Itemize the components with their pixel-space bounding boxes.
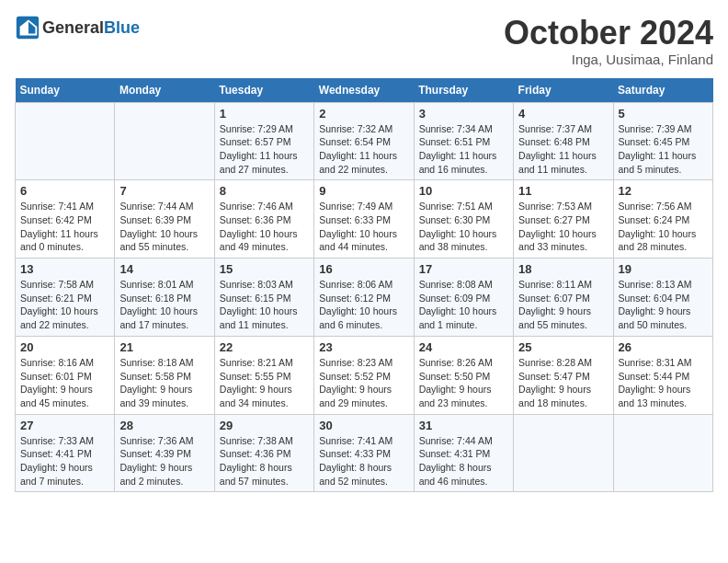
calendar-cell: 31Sunrise: 7:44 AM Sunset: 4:31 PM Dayli… — [414, 414, 513, 492]
day-info: Sunrise: 8:26 AM Sunset: 5:50 PM Dayligh… — [419, 356, 508, 410]
day-info: Sunrise: 7:36 AM Sunset: 4:39 PM Dayligh… — [119, 434, 209, 488]
day-info: Sunrise: 7:39 AM Sunset: 6:45 PM Dayligh… — [619, 122, 708, 177]
day-number: 1 — [220, 107, 309, 121]
calendar-cell: 7Sunrise: 7:44 AM Sunset: 6:39 PM Daylig… — [115, 180, 214, 259]
day-number: 24 — [419, 340, 508, 354]
weekday-header-wednesday: Wednesday — [314, 78, 414, 103]
day-info: Sunrise: 7:41 AM Sunset: 4:33 PM Dayligh… — [319, 434, 408, 488]
day-info: Sunrise: 8:21 AM Sunset: 5:55 PM Dayligh… — [220, 356, 309, 410]
day-info: Sunrise: 7:53 AM Sunset: 6:27 PM Dayligh… — [518, 200, 608, 254]
calendar-cell: 6Sunrise: 7:41 AM Sunset: 6:42 PM Daylig… — [16, 180, 115, 259]
calendar-week-row: 6Sunrise: 7:41 AM Sunset: 6:42 PM Daylig… — [16, 180, 713, 259]
day-number: 18 — [518, 262, 608, 276]
day-info: Sunrise: 7:44 AM Sunset: 6:39 PM Dayligh… — [119, 200, 209, 254]
logo-text-blue: Blue — [104, 18, 140, 37]
calendar-cell — [514, 414, 613, 492]
calendar-cell: 24Sunrise: 8:26 AM Sunset: 5:50 PM Dayli… — [414, 336, 513, 414]
day-number: 25 — [518, 340, 608, 354]
calendar-cell: 28Sunrise: 7:36 AM Sunset: 4:39 PM Dayli… — [115, 414, 214, 492]
weekday-header-row: SundayMondayTuesdayWednesdayThursdayFrid… — [16, 78, 713, 103]
calendar-cell: 16Sunrise: 8:06 AM Sunset: 6:12 PM Dayli… — [314, 259, 414, 337]
day-number: 27 — [20, 419, 109, 432]
day-info: Sunrise: 8:23 AM Sunset: 5:52 PM Dayligh… — [319, 356, 408, 410]
day-number: 10 — [419, 184, 508, 198]
day-number: 22 — [220, 340, 309, 354]
calendar-cell: 4Sunrise: 7:37 AM Sunset: 6:48 PM Daylig… — [514, 102, 613, 180]
weekday-header-tuesday: Tuesday — [214, 78, 313, 103]
logo-text-general: General — [42, 18, 104, 37]
weekday-header-thursday: Thursday — [414, 78, 513, 103]
weekday-header-monday: Monday — [115, 78, 214, 103]
day-info: Sunrise: 8:31 AM Sunset: 5:44 PM Dayligh… — [619, 356, 708, 410]
day-number: 4 — [518, 107, 608, 121]
calendar-cell: 2Sunrise: 7:32 AM Sunset: 6:54 PM Daylig… — [314, 102, 414, 180]
day-number: 15 — [220, 262, 309, 276]
day-info: Sunrise: 8:11 AM Sunset: 6:07 PM Dayligh… — [518, 278, 608, 332]
calendar-week-row: 1Sunrise: 7:29 AM Sunset: 6:57 PM Daylig… — [16, 102, 713, 180]
calendar-cell: 17Sunrise: 8:08 AM Sunset: 6:09 PM Dayli… — [414, 259, 513, 337]
calendar-cell: 11Sunrise: 7:53 AM Sunset: 6:27 PM Dayli… — [514, 180, 613, 259]
calendar-cell: 30Sunrise: 7:41 AM Sunset: 4:33 PM Dayli… — [314, 414, 414, 492]
calendar-week-row: 13Sunrise: 7:58 AM Sunset: 6:21 PM Dayli… — [16, 259, 713, 337]
day-number: 16 — [319, 262, 408, 276]
calendar-cell: 27Sunrise: 7:33 AM Sunset: 4:41 PM Dayli… — [16, 414, 115, 492]
day-info: Sunrise: 7:49 AM Sunset: 6:33 PM Dayligh… — [319, 200, 408, 254]
calendar-cell: 23Sunrise: 8:23 AM Sunset: 5:52 PM Dayli… — [314, 336, 414, 414]
day-number: 11 — [518, 184, 608, 198]
page-header: GeneralBlue October 2024 Inga, Uusimaa, … — [15, 15, 713, 67]
day-info: Sunrise: 7:51 AM Sunset: 6:30 PM Dayligh… — [419, 200, 508, 254]
logo-icon — [15, 15, 40, 40]
calendar-cell: 22Sunrise: 8:21 AM Sunset: 5:55 PM Dayli… — [214, 336, 313, 414]
page-title: October 2024 — [504, 15, 713, 52]
calendar-week-row: 20Sunrise: 8:16 AM Sunset: 6:01 PM Dayli… — [16, 336, 713, 414]
calendar-cell: 15Sunrise: 8:03 AM Sunset: 6:15 PM Dayli… — [214, 259, 313, 337]
page-subtitle: Inga, Uusimaa, Finland — [504, 52, 713, 67]
calendar-cell: 10Sunrise: 7:51 AM Sunset: 6:30 PM Dayli… — [414, 180, 513, 259]
day-info: Sunrise: 7:33 AM Sunset: 4:41 PM Dayligh… — [20, 434, 109, 488]
day-info: Sunrise: 7:56 AM Sunset: 6:24 PM Dayligh… — [619, 200, 708, 254]
day-info: Sunrise: 8:28 AM Sunset: 5:47 PM Dayligh… — [518, 356, 608, 410]
calendar-cell: 25Sunrise: 8:28 AM Sunset: 5:47 PM Dayli… — [514, 336, 613, 414]
day-info: Sunrise: 7:34 AM Sunset: 6:51 PM Dayligh… — [419, 122, 508, 177]
day-number: 2 — [319, 107, 408, 121]
day-number: 28 — [119, 419, 209, 432]
weekday-header-sunday: Sunday — [16, 78, 115, 103]
day-info: Sunrise: 7:44 AM Sunset: 4:31 PM Dayligh… — [419, 434, 508, 488]
day-number: 3 — [419, 107, 508, 121]
calendar-cell: 29Sunrise: 7:38 AM Sunset: 4:36 PM Dayli… — [214, 414, 313, 492]
day-number: 19 — [619, 262, 708, 276]
day-info: Sunrise: 7:29 AM Sunset: 6:57 PM Dayligh… — [220, 122, 309, 177]
day-info: Sunrise: 8:03 AM Sunset: 6:15 PM Dayligh… — [220, 278, 309, 332]
day-number: 8 — [220, 184, 309, 198]
day-info: Sunrise: 8:08 AM Sunset: 6:09 PM Dayligh… — [419, 278, 508, 332]
calendar-cell: 3Sunrise: 7:34 AM Sunset: 6:51 PM Daylig… — [414, 102, 513, 180]
day-info: Sunrise: 7:58 AM Sunset: 6:21 PM Dayligh… — [20, 278, 109, 332]
calendar-cell: 12Sunrise: 7:56 AM Sunset: 6:24 PM Dayli… — [613, 180, 712, 259]
day-info: Sunrise: 7:32 AM Sunset: 6:54 PM Dayligh… — [319, 122, 408, 177]
calendar-cell: 13Sunrise: 7:58 AM Sunset: 6:21 PM Dayli… — [16, 259, 115, 337]
day-number: 13 — [20, 262, 109, 276]
day-info: Sunrise: 8:13 AM Sunset: 6:04 PM Dayligh… — [619, 278, 708, 332]
day-info: Sunrise: 7:41 AM Sunset: 6:42 PM Dayligh… — [20, 200, 109, 254]
day-number: 23 — [319, 340, 408, 354]
day-info: Sunrise: 8:01 AM Sunset: 6:18 PM Dayligh… — [119, 278, 209, 332]
weekday-header-saturday: Saturday — [613, 78, 712, 103]
calendar-cell: 8Sunrise: 7:46 AM Sunset: 6:36 PM Daylig… — [214, 180, 313, 259]
calendar-cell: 21Sunrise: 8:18 AM Sunset: 5:58 PM Dayli… — [115, 336, 214, 414]
calendar-cell — [613, 414, 712, 492]
calendar-cell: 5Sunrise: 7:39 AM Sunset: 6:45 PM Daylig… — [613, 102, 712, 180]
calendar-cell: 9Sunrise: 7:49 AM Sunset: 6:33 PM Daylig… — [314, 180, 414, 259]
calendar-table: SundayMondayTuesdayWednesdayThursdayFrid… — [15, 78, 713, 493]
logo: GeneralBlue — [15, 15, 140, 40]
calendar-cell: 19Sunrise: 8:13 AM Sunset: 6:04 PM Dayli… — [613, 259, 712, 337]
day-number: 6 — [20, 184, 109, 198]
calendar-cell: 1Sunrise: 7:29 AM Sunset: 6:57 PM Daylig… — [214, 102, 313, 180]
day-number: 29 — [220, 419, 309, 432]
day-number: 17 — [419, 262, 508, 276]
day-number: 12 — [619, 184, 708, 198]
calendar-cell: 26Sunrise: 8:31 AM Sunset: 5:44 PM Dayli… — [613, 336, 712, 414]
weekday-header-friday: Friday — [514, 78, 613, 103]
day-number: 14 — [119, 262, 209, 276]
day-info: Sunrise: 7:46 AM Sunset: 6:36 PM Dayligh… — [220, 200, 309, 254]
day-number: 26 — [619, 340, 708, 354]
